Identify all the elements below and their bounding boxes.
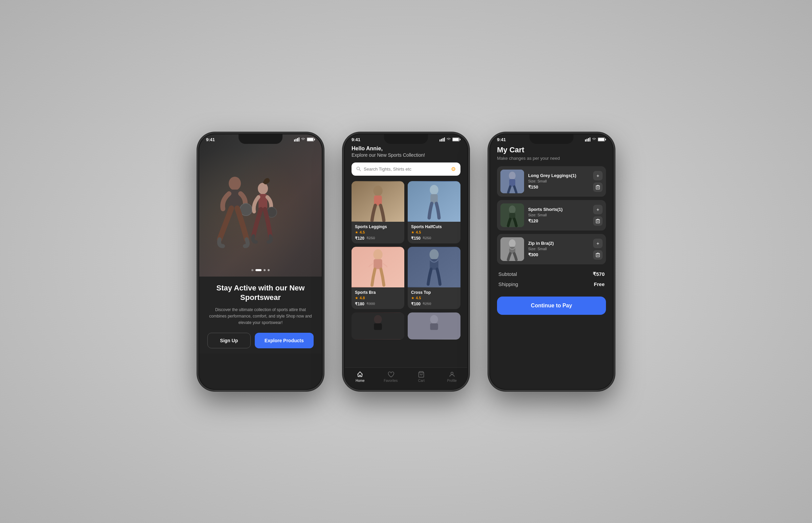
svg-rect-3 — [299, 138, 300, 142]
svg-rect-15 — [442, 138, 443, 142]
cart-item-name-leggings: Long Grey Leggings(1) — [528, 173, 589, 178]
product-card-halfcuts[interactable]: Sports HalfCuts ★ 4.5 ₹150 ₹250 — [408, 181, 460, 244]
cart-item-name-shorts: Sports Shorts(1) — [528, 207, 589, 212]
cart-item-img-bra — [501, 237, 524, 261]
phone-cart: 9:41 My Cart Make changes as per your ne… — [489, 133, 614, 390]
battery-icon — [307, 138, 315, 142]
cart-item-details-shorts: Sports Shorts(1) Size: Small ₹120 — [528, 207, 589, 223]
cart-item-price-shorts: ₹120 — [528, 218, 589, 223]
product-img-bottom2 — [408, 312, 460, 340]
product-name-halfcuts: Sports HalfCuts — [411, 224, 457, 229]
dot-3 — [264, 269, 266, 271]
bottom1-illustration — [352, 312, 404, 340]
remove-bra-button[interactable] — [593, 250, 603, 260]
nav-favorites-label: Favorites — [384, 379, 398, 382]
notch — [239, 134, 283, 144]
product-img-leggings — [352, 181, 404, 222]
svg-rect-39 — [430, 323, 438, 330]
explore-button[interactable]: Explore Products — [255, 333, 314, 348]
product-card-crosstop[interactable]: Cross Top ★ 4.5 ₹100 ₹250 — [408, 247, 460, 309]
dot-2 — [256, 269, 262, 271]
cart-item-size-bra: Size: Small — [528, 247, 589, 251]
heart-icon — [388, 371, 394, 378]
slide-dots — [251, 269, 270, 271]
cart-item-bra: Zip in Bra(2) Size: Small ₹300 + — [497, 234, 606, 264]
status-icons-1 — [294, 138, 315, 142]
signup-button[interactable]: Sign Up — [207, 333, 251, 348]
svg-point-20 — [357, 167, 359, 169]
product-img-bra — [352, 247, 404, 287]
svg-point-26 — [430, 185, 438, 195]
product-card-bottom2[interactable] — [408, 312, 460, 340]
notch-2 — [384, 134, 428, 144]
search-icon — [356, 166, 361, 171]
remove-shorts-button[interactable] — [593, 216, 603, 226]
products-grid: Sports Leggings ★ 4.5 ₹120 ₹250 — [352, 181, 460, 343]
notch-3 — [529, 134, 573, 144]
svg-rect-54 — [597, 185, 599, 186]
price-current-bra: ₹180 — [355, 302, 364, 306]
wifi-icon-2 — [446, 138, 451, 142]
product-prices-leggings: ₹120 ₹250 — [355, 236, 401, 241]
search-bar[interactable]: ⚙ — [352, 162, 460, 176]
onboard-buttons: Sign Up Explore Products — [207, 333, 314, 348]
remove-leggings-button[interactable] — [593, 182, 603, 192]
product-rating-bra: ★ 4.8 — [355, 296, 401, 300]
cart-item-size-leggings: Size: Small — [528, 179, 589, 183]
svg-rect-18 — [453, 138, 459, 141]
rating-halfcuts: 4.5 — [416, 230, 421, 234]
cart-item-price-leggings: ₹150 — [528, 184, 589, 190]
cart-subtitle: Make changes as per your need — [497, 156, 606, 161]
nav-cart-label: Cart — [418, 379, 424, 382]
cart-item-leggings: Long Grey Leggings(1) Size: Small ₹150 + — [497, 166, 606, 197]
product-info-halfcuts: Sports HalfCuts ★ 4.5 ₹150 ₹250 — [408, 222, 460, 244]
svg-rect-70 — [597, 253, 599, 254]
svg-rect-60 — [596, 220, 600, 223]
hero-desc: Discover the ultimate collection of spor… — [207, 307, 314, 326]
svg-rect-2 — [297, 138, 298, 142]
svg-point-50 — [509, 172, 516, 180]
subtotal-row: Subtotal ₹570 — [498, 271, 605, 277]
svg-rect-0 — [294, 140, 295, 142]
cart-content: My Cart Make changes as per your need — [490, 144, 613, 315]
home-icon — [357, 371, 363, 378]
nav-profile[interactable]: Profile — [437, 371, 468, 382]
nav-cart[interactable]: Cart — [406, 371, 437, 382]
product-card-leggings[interactable]: Sports Leggings ★ 4.5 ₹120 ₹250 — [352, 181, 404, 244]
continue-to-pay-button[interactable]: Continue to Pay — [497, 296, 606, 315]
star-icon: ★ — [355, 230, 358, 235]
cart-item-controls-shorts: + — [593, 205, 603, 226]
signal-icon-2 — [439, 138, 445, 142]
hero-image: 9:41 — [199, 134, 322, 276]
svg-point-32 — [429, 249, 438, 260]
search-input[interactable] — [364, 166, 448, 172]
cart-item-details-leggings: Long Grey Leggings(1) Size: Small ₹150 — [528, 173, 589, 190]
svg-rect-43 — [587, 139, 588, 142]
price-original-crosstop: ₹250 — [422, 302, 431, 306]
add-bra-button[interactable]: + — [593, 239, 603, 248]
add-leggings-button[interactable]: + — [593, 171, 603, 180]
product-info-leggings: Sports Leggings ★ 4.5 ₹120 ₹250 — [352, 222, 404, 244]
status-icons-3 — [585, 138, 606, 142]
greeting-sub: Explore our New Sports Collection! — [352, 152, 460, 158]
nav-favorites[interactable]: Favorites — [376, 371, 406, 382]
cart-item-controls-leggings: + — [593, 171, 603, 192]
trash-icon-3 — [596, 253, 600, 257]
filter-icon[interactable]: ⚙ — [451, 166, 456, 172]
product-card-bra[interactable]: Sports Bra ★ 4.8 ₹180 ₹300 — [352, 247, 404, 309]
dot-1 — [251, 269, 253, 271]
product-card-bottom1[interactable] — [352, 312, 404, 340]
product-name-leggings: Sports Leggings — [355, 224, 401, 229]
subtotal-label: Subtotal — [498, 271, 517, 277]
wifi-icon — [301, 138, 305, 142]
halfcuts-illustration — [408, 181, 460, 222]
add-shorts-button[interactable]: + — [593, 205, 603, 214]
nav-profile-label: Profile — [447, 379, 457, 382]
status-time-2: 9:41 — [352, 137, 360, 142]
subtotal-value: ₹570 — [593, 271, 605, 277]
greeting-title: Hello Annie, — [352, 146, 460, 152]
bottom-nav: Home Favorites Cart Profile — [345, 367, 467, 389]
nav-home[interactable]: Home — [345, 371, 376, 382]
cart-leggings-img — [501, 169, 524, 193]
product-prices-halfcuts: ₹150 ₹250 — [411, 236, 457, 241]
